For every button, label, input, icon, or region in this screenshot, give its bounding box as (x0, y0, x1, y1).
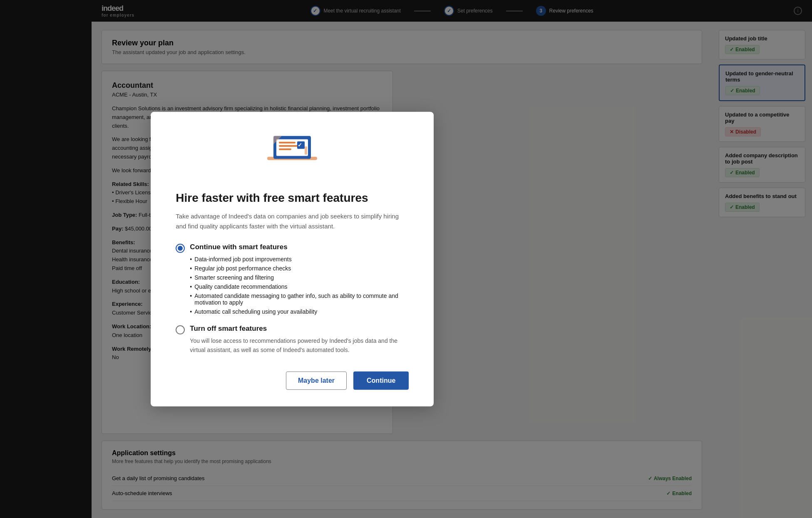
bullet-2: Regular job post performance checks (190, 264, 409, 273)
maybe-later-button[interactable]: Maybe later (286, 372, 347, 390)
continue-button[interactable]: Continue (353, 372, 409, 390)
smart-features-modal: ✓ Hire faster with free smart features T… (151, 112, 434, 406)
modal-description: Take advantage of Indeed's data on compa… (176, 211, 409, 231)
modal-footer: Maybe later Continue (176, 372, 409, 390)
bullet-3: Smarter screening and filtering (190, 273, 409, 282)
radio-circle-2 (176, 325, 185, 335)
option-turn-off[interactable]: Turn off smart features You will lose ac… (176, 325, 409, 355)
bullet-5: Automated candidate messaging to gather … (190, 291, 409, 307)
laptop-checklist-icon: ✓ (263, 131, 321, 177)
option-1-title: Continue with smart features (190, 243, 409, 251)
option-turn-off-label[interactable]: Turn off smart features You will lose ac… (176, 325, 409, 355)
modal-title: Hire faster with free smart features (176, 191, 409, 205)
bullet-1: Data-informed job post improvements (190, 255, 409, 264)
bullet-4: Quality candidate recommendations (190, 282, 409, 291)
option-smart-features-label[interactable]: Continue with smart features Data-inform… (176, 243, 409, 316)
option-2-desc: You will lose access to recommendations … (190, 336, 409, 355)
option-smart-features[interactable]: Continue with smart features Data-inform… (176, 243, 409, 316)
option-2-title: Turn off smart features (190, 325, 409, 333)
svg-rect-9 (305, 146, 307, 154)
svg-rect-3 (279, 141, 295, 143)
bullet-6: Automatic call scheduling using your ava… (190, 307, 409, 316)
radio-circle-1 (176, 244, 185, 253)
svg-rect-5 (279, 148, 291, 150)
svg-text:✓: ✓ (298, 141, 302, 148)
modal-illustration: ✓ (176, 131, 409, 177)
option-1-bullets: Data-informed job post improvements Regu… (190, 255, 409, 316)
